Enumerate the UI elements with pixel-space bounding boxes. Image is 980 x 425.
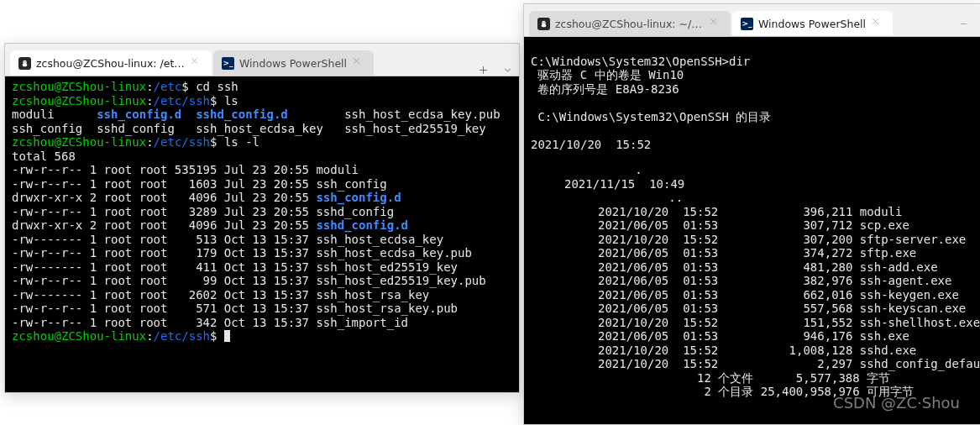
tab-1[interactable]: >_Windows PowerShell	[213, 50, 374, 76]
close-icon	[709, 17, 718, 26]
svg-point-4	[542, 22, 543, 23]
svg-point-5	[544, 22, 545, 23]
titlebar-right: zcshou@ZCShou-linux: ~/Docu>_Windows Pow…	[524, 4, 980, 37]
close-tab-button[interactable]	[709, 17, 722, 30]
linux-icon	[537, 18, 550, 30]
tab-label: Windows PowerShell	[239, 57, 347, 70]
svg-point-2	[25, 61, 26, 62]
svg-point-1	[24, 61, 24, 62]
tab-1[interactable]: >_Windows PowerShell	[732, 11, 893, 36]
terminal-body-left[interactable]: zcshou@ZCShou-linux:/etc$ cd ssh zcshou@…	[5, 76, 519, 392]
close-tab-button[interactable]	[352, 56, 365, 70]
plus-icon	[478, 65, 489, 76]
close-icon	[871, 17, 880, 26]
terminal-window-left: zcshou@ZCShou-linux: /etc/ssh>_Windows P…	[4, 43, 520, 393]
tab-label: Windows PowerShell	[758, 18, 866, 30]
close-tab-button[interactable]	[190, 56, 203, 70]
powershell-icon: >_	[741, 18, 753, 30]
svg-point-3	[542, 20, 546, 24]
tab-label: zcshou@ZCShou-linux: ~/Docu	[555, 18, 704, 30]
close-icon	[352, 56, 361, 66]
chevron-down-icon	[502, 65, 513, 76]
minimize-button[interactable]	[945, 11, 980, 36]
tab-strip-left: zcshou@ZCShou-linux: /etc/ssh>_Windows P…	[5, 44, 470, 76]
close-icon	[190, 56, 199, 66]
tab-dropdown-button[interactable]	[495, 65, 519, 76]
terminal-window-right: zcshou@ZCShou-linux: ~/Docu>_Windows Pow…	[523, 3, 980, 425]
terminal-body-right[interactable]: C:\Windows\System32\OpenSSH>dir 驱动器 C 中的…	[524, 37, 980, 424]
tab-0[interactable]: zcshou@ZCShou-linux: /etc/ssh	[10, 50, 212, 76]
new-tab-button[interactable]	[470, 65, 495, 76]
close-tab-button[interactable]	[871, 17, 884, 30]
linux-icon	[18, 57, 31, 70]
minimize-icon	[959, 19, 968, 29]
svg-point-0	[23, 60, 27, 64]
cursor	[224, 330, 230, 342]
tab-strip-right: zcshou@ZCShou-linux: ~/Docu>_Windows Pow…	[524, 4, 945, 36]
tab-label: zcshou@ZCShou-linux: /etc/ssh	[36, 57, 185, 70]
titlebar-left: zcshou@ZCShou-linux: /etc/ssh>_Windows P…	[5, 44, 519, 76]
window-buttons	[945, 11, 980, 36]
tab-0[interactable]: zcshou@ZCShou-linux: ~/Docu	[529, 11, 731, 36]
powershell-icon: >_	[222, 57, 234, 70]
